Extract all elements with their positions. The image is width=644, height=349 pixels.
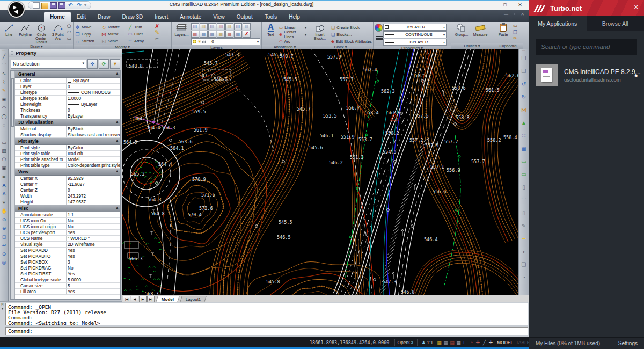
quick-select-icon[interactable]: ✛ <box>87 59 98 69</box>
property-row[interactable]: Width243.2972 <box>15 193 120 199</box>
property-section-view[interactable]: View <box>15 169 120 176</box>
modify-tool-fillet[interactable]: ◠Fillet <box>127 31 153 38</box>
draw-tool-icon-2[interactable]: ∿ <box>2 69 6 78</box>
property-row[interactable]: Visual style2D Wireframe <box>15 242 120 248</box>
property-row[interactable]: Set PICKDRAGNo <box>15 265 120 271</box>
draw-tool-icon-1[interactable]: ⌒ <box>2 61 6 69</box>
layer-state-icon-3[interactable]: ▤ <box>217 23 225 30</box>
property-scrollbar[interactable] <box>11 71 15 299</box>
property-row[interactable]: Linetype scale1.0000 <box>15 96 120 101</box>
linetype-dropdown[interactable]: CONTINUOUS▾ <box>383 31 447 38</box>
draw-tool-icon-10[interactable]: ▭ <box>2 138 6 147</box>
command-history[interactable]: Command: _OPEN File Version: R27 (2013) … <box>5 303 528 325</box>
qat-dropdown-icon[interactable]: ▾ <box>84 3 86 8</box>
layer-on-icon[interactable] <box>193 40 196 43</box>
modify-tool-icon-12[interactable]: ▯ <box>522 207 525 220</box>
etrack-icon[interactable]: ╱ <box>481 340 487 345</box>
app-list-item[interactable]: CMS IntelliCAD PE 8.2.9... uscloud.intel… <box>529 61 644 89</box>
modify-tool-rotate[interactable]: ↻Rotate <box>101 24 127 31</box>
open-icon[interactable] <box>41 3 48 9</box>
layer-state-icon-1[interactable]: ▤ <box>200 23 208 30</box>
property-row[interactable]: Center Z0 <box>15 187 120 193</box>
tab-layout1[interactable]: Layout1 <box>180 296 207 302</box>
paste-button[interactable]: Paste <box>494 23 512 37</box>
modify-tool-copy[interactable]: ❐Copy <box>75 31 101 38</box>
property-row[interactable]: Print table typeColor-dependent print st… <box>15 163 120 169</box>
chevron-down-icon[interactable]: ▾ <box>257 40 259 43</box>
property-row[interactable]: UCS per viewportYes <box>15 230 120 236</box>
modify-tool-icon-5[interactable]: ▲ <box>521 117 526 129</box>
layer-state-icon-8[interactable]: ▤ <box>200 31 208 38</box>
modify-tool-icon-14[interactable]: ━ <box>522 232 525 245</box>
chevron-down-icon[interactable]: ▾ <box>443 40 445 44</box>
draw-tool-icon-18[interactable]: ✋ <box>1 207 7 215</box>
menu-tab-edit[interactable]: Edit <box>71 12 92 22</box>
filter-icon[interactable]: ▼ <box>110 59 120 69</box>
property-row[interactable]: UCS icon OnNo <box>15 218 120 224</box>
rectangle-icon[interactable]: ▭ <box>67 36 72 41</box>
layer-thaw-icon[interactable]: ☀ <box>197 40 201 44</box>
draw-tool-icon-24[interactable]: ◎ <box>2 258 6 267</box>
property-row[interactable]: Layer0 <box>15 84 120 90</box>
draw-tool-polyline[interactable]: Polyline <box>17 23 33 37</box>
draw-tool-icon-22[interactable]: ↩ <box>2 241 6 250</box>
annotation-scale-control[interactable]: ♟ 1:1 <box>422 340 433 345</box>
minimize-button[interactable]: — <box>482 1 497 10</box>
modify-tool-scale[interactable]: ◱Scale <box>101 38 127 45</box>
command-input[interactable]: Command: <box>5 327 528 335</box>
model-space-toggle[interactable]: MODEL <box>497 340 513 345</box>
lwt-icon[interactable]: ✛ <box>488 340 494 345</box>
menu-tab-tools[interactable]: Tools <box>259 12 283 22</box>
draw-tool-circle-center-radius[interactable]: Circle Center-Radius <box>34 23 49 44</box>
modify-tool-icon-2[interactable]: ↺ <box>522 78 526 91</box>
modify-tool-mirror[interactable]: ⋈Mirror <box>101 31 127 38</box>
command-window-controls[interactable]: ✕▾ <box>0 302 5 337</box>
property-row[interactable]: LinetypeCONTINUOUS <box>15 90 120 96</box>
menu-tab-help[interactable]: Help <box>283 12 306 22</box>
grid-icon[interactable]: ▦ <box>443 340 449 345</box>
property-section-plot-style[interactable]: Plot style <box>15 138 120 145</box>
modify-tool-icon-17[interactable]: ◔ <box>522 271 525 284</box>
scrollbar-thumb[interactable] <box>11 78 14 127</box>
sheet-nav-3[interactable]: ▶| <box>147 296 155 302</box>
explode-icon[interactable]: ✎ <box>155 30 159 35</box>
mdi-window-controls[interactable]: — ▫ ✕ <box>504 12 526 17</box>
modify-tool-icon-3[interactable]: ↻ <box>522 91 526 104</box>
chevron-down-icon[interactable]: ▾ <box>443 33 445 37</box>
property-row[interactable]: Fill areaYes <box>15 289 120 295</box>
modify-tool-icon-15[interactable]: ◗ <box>522 245 525 258</box>
measure-button[interactable]: Measure <box>471 23 489 37</box>
grid-display-icon[interactable]: ▦ <box>456 340 462 345</box>
ucs-icon[interactable]: ∟ <box>462 340 468 345</box>
draw-tool-icon-17[interactable]: ∗ <box>2 198 6 207</box>
settings-link[interactable]: Settings <box>618 340 638 346</box>
modify-tool-array[interactable]: ∷Array <box>127 38 153 45</box>
modify-tool-icon-11[interactable]: ⌒ <box>521 194 526 207</box>
modify-tool-icon-9[interactable]: ▭ <box>521 168 526 181</box>
menu-tab-insert[interactable]: Insert <box>149 12 174 22</box>
draw-tool-icon-16[interactable]: A <box>2 190 6 198</box>
property-row[interactable]: UCS Name" WORLD " <box>15 236 120 242</box>
sheet-nav-1[interactable]: ◀ <box>131 296 138 302</box>
property-row[interactable]: Set PICKBOX3 <box>15 259 120 265</box>
property-row[interactable]: UCS icon at originNo <box>15 224 120 230</box>
layers-explorer-button[interactable]: Layers... <box>173 23 191 37</box>
draw-tool-icon-13[interactable]: ▣ <box>2 164 6 172</box>
menu-tab-draw-3d[interactable]: Draw 3D <box>116 12 149 22</box>
property-row[interactable]: LineweightByLayer <box>15 101 120 107</box>
renderer-badge[interactable]: OpenGL <box>394 339 417 346</box>
polygon-icon[interactable]: ⬠ <box>67 24 72 29</box>
block-tool-create-block[interactable]: ❏Create Block <box>331 24 372 31</box>
draw-tool-icon-5[interactable]: ◉ <box>2 95 6 104</box>
layer-state-icon-12[interactable]: ▤ <box>234 31 242 38</box>
turbo-close-icon[interactable]: ✕ <box>634 4 639 11</box>
snap-icon[interactable]: ▦ <box>436 340 442 345</box>
draw-tool-icon-7[interactable]: ◯ <box>1 112 6 121</box>
menu-tab-output[interactable]: Output <box>231 12 259 22</box>
layer-state-icon-4[interactable]: ▤ <box>225 23 233 30</box>
text-tool-button[interactable]: AText <box>263 23 279 37</box>
erase-icon[interactable]: ✗ <box>155 24 159 29</box>
draw-tool-icon-19[interactable]: ⊕ <box>2 215 6 224</box>
color-dropdown[interactable]: BYLAYER▾ <box>383 24 447 31</box>
property-row[interactable]: Height147.9537 <box>15 199 120 205</box>
